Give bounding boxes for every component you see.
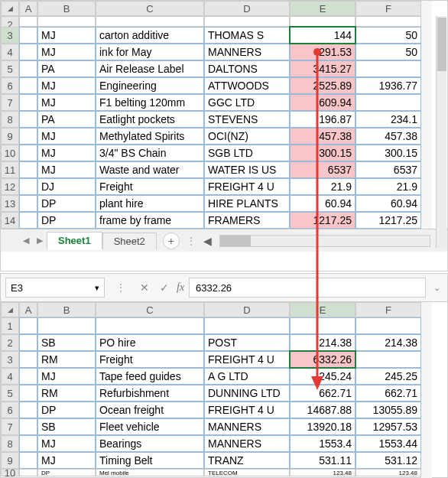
cell-a6[interactable]: [19, 402, 37, 418]
cell-f12[interactable]: 21.9: [355, 178, 421, 195]
col-header-b[interactable]: B: [37, 302, 96, 317]
tab-nav-prev[interactable]: ◀: [19, 232, 33, 249]
cell-b3[interactable]: RM: [37, 351, 96, 368]
cell-e5[interactable]: 662.71: [290, 385, 355, 402]
cell-f10[interactable]: 123.48: [355, 469, 421, 476]
cell-c3[interactable]: carton additive: [96, 27, 204, 44]
row-header[interactable]: 13: [1, 195, 19, 212]
cell-f14[interactable]: 1217.25: [355, 212, 421, 229]
cell-f4[interactable]: 50: [355, 44, 421, 60]
col-header-d[interactable]: D: [204, 1, 290, 16]
cell-e10[interactable]: 123.48: [290, 469, 355, 476]
col-header-d[interactable]: D: [204, 302, 290, 317]
cell-d3[interactable]: FREIGHT 4 U: [204, 351, 290, 368]
cell-c6[interactable]: Engineering: [96, 77, 204, 94]
sheet-tab-sheet2[interactable]: Sheet2: [102, 232, 157, 249]
cell-b5[interactable]: PA: [37, 60, 96, 77]
cell-c10[interactable]: Mel mobile: [96, 469, 204, 476]
cell-a8[interactable]: [19, 435, 37, 452]
row-header[interactable]: 14: [1, 212, 19, 229]
row-header[interactable]: 6: [1, 77, 19, 94]
cell-a9[interactable]: [19, 452, 37, 469]
cell-e6[interactable]: 14687.88: [290, 402, 355, 418]
cell-d14[interactable]: FRAMERS: [204, 212, 290, 229]
cell-b10[interactable]: DP: [37, 469, 96, 476]
accept-formula-button[interactable]: ✓: [157, 280, 172, 295]
cell-d6[interactable]: ATTWOODS: [204, 77, 290, 94]
cell-c6[interactable]: Ocean freight: [96, 402, 204, 418]
cell-f9[interactable]: 457.38: [355, 128, 421, 145]
cell-d6[interactable]: FREIGHT 4 U: [204, 402, 290, 418]
tab-nav-next[interactable]: ▶: [33, 232, 47, 249]
cell-a5[interactable]: [19, 60, 37, 77]
row-header[interactable]: 5: [1, 60, 19, 77]
cell-e9[interactable]: 457.38: [290, 128, 355, 145]
cell-e9[interactable]: 531.11: [290, 452, 355, 469]
cell-c7[interactable]: F1 belting 120mm: [96, 94, 204, 111]
cell-b3[interactable]: MJ: [37, 27, 96, 44]
cell-e4[interactable]: 291.53: [290, 44, 355, 60]
select-all-corner[interactable]: ◢: [1, 1, 19, 16]
cell-a9[interactable]: [19, 128, 37, 145]
cell-b8[interactable]: PA: [37, 111, 96, 128]
cell-f3[interactable]: 50: [355, 27, 421, 44]
cell-d7[interactable]: GGC LTD: [204, 94, 290, 111]
cell-d1[interactable]: [204, 317, 290, 334]
col-header-f[interactable]: F: [355, 1, 421, 16]
cell-c5[interactable]: Refurbishment: [96, 385, 204, 402]
col-header-c[interactable]: C: [96, 1, 204, 16]
col-header-e[interactable]: E: [290, 302, 355, 317]
row-header[interactable]: 6: [1, 402, 19, 418]
cell-c11[interactable]: Waste and water: [96, 161, 204, 178]
cell-f9[interactable]: 531.12: [355, 452, 421, 469]
cell-a14[interactable]: [19, 212, 37, 229]
cell-c2[interactable]: [96, 16, 204, 27]
cell-c9[interactable]: Methylated Spirits: [96, 128, 204, 145]
cell-c8[interactable]: Eatlight pockets: [96, 111, 204, 128]
cell-a11[interactable]: [19, 161, 37, 178]
row-header[interactable]: 12: [1, 178, 19, 195]
cell-b4[interactable]: MJ: [37, 368, 96, 385]
cell-e14[interactable]: 1217.25: [290, 212, 355, 229]
cell-a4[interactable]: [19, 368, 37, 385]
vertical-scrollbar[interactable]: [436, 16, 446, 248]
col-header-f[interactable]: F: [355, 302, 421, 317]
cell-e7[interactable]: 609.94: [290, 94, 355, 111]
cell-b7[interactable]: MJ: [37, 94, 96, 111]
cell-e11[interactable]: 6537: [290, 161, 355, 178]
cell-a10[interactable]: [19, 469, 37, 476]
row-header[interactable]: 2: [1, 334, 19, 351]
col-header-b[interactable]: B: [37, 1, 96, 16]
cell-e7[interactable]: 13920.18: [290, 418, 355, 435]
cell-c2[interactable]: PO hire: [96, 334, 204, 351]
row-header[interactable]: 10: [1, 469, 19, 476]
cell-e3[interactable]: 144: [290, 27, 355, 44]
cell-c7[interactable]: Fleet vehicle: [96, 418, 204, 435]
cell-b9[interactable]: MJ: [37, 128, 96, 145]
cell-e4[interactable]: 245.24: [290, 368, 355, 385]
cell-b14[interactable]: DP: [37, 212, 96, 229]
cell-a10[interactable]: [19, 145, 37, 161]
cell-f3[interactable]: [355, 351, 421, 368]
cell-e8[interactable]: 1553.4: [290, 435, 355, 452]
cell-f5[interactable]: [355, 60, 421, 77]
cell-b9[interactable]: MJ: [37, 452, 96, 469]
row-header[interactable]: 3: [1, 351, 19, 368]
sheet-tab-sheet1[interactable]: Sheet1: [47, 232, 102, 250]
cell-c12[interactable]: Freight: [96, 178, 204, 195]
cell-d5[interactable]: DALTONS: [204, 60, 290, 77]
row-header[interactable]: 8: [1, 111, 19, 128]
cell-b10[interactable]: MJ: [37, 145, 96, 161]
cell-c9[interactable]: Timing Belt: [96, 452, 204, 469]
cell-b1[interactable]: [37, 317, 96, 334]
cell-b11[interactable]: MJ: [37, 161, 96, 178]
cell-f7[interactable]: [355, 94, 421, 111]
cell-a7[interactable]: [19, 418, 37, 435]
cell-d11[interactable]: WATER IS US: [204, 161, 290, 178]
cell-a2[interactable]: [19, 16, 37, 27]
cell-c13[interactable]: plant hire: [96, 195, 204, 212]
col-header-a[interactable]: A: [19, 302, 37, 317]
cancel-formula-button[interactable]: ✕: [137, 280, 152, 295]
cell-b5[interactable]: RM: [37, 385, 96, 402]
horizontal-scrollbar[interactable]: [219, 235, 430, 247]
